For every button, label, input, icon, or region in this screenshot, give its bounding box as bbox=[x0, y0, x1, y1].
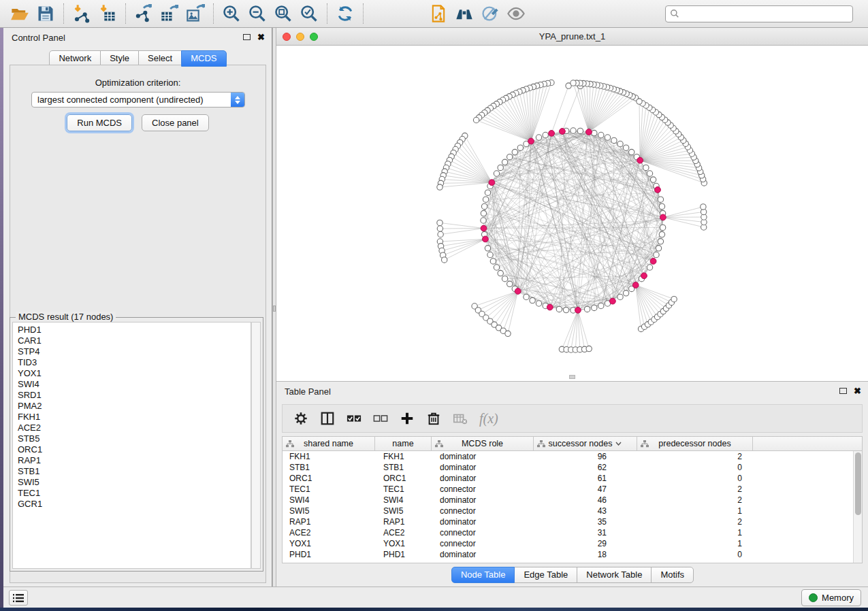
mcds-result-item[interactable]: ORC1 bbox=[13, 444, 251, 455]
mcds-result-item[interactable]: TEC1 bbox=[13, 488, 251, 499]
close-panel-icon[interactable]: ✖ bbox=[257, 33, 265, 41]
run-mcds-button[interactable]: Run MCDS bbox=[67, 114, 132, 131]
table-cell: connector bbox=[432, 527, 534, 538]
column-header-MCDS-role[interactable]: MCDS role bbox=[432, 437, 534, 450]
tab-network-table[interactable]: Network Table bbox=[577, 567, 652, 583]
save-session-icon[interactable] bbox=[36, 4, 55, 23]
optimization-criterion-select[interactable]: largest connected component (undirected) bbox=[31, 92, 245, 108]
splitter-grip[interactable] bbox=[273, 306, 276, 312]
mcds-result-item[interactable]: STB1 bbox=[13, 466, 251, 477]
table-row[interactable]: TEC1TEC1connector472 bbox=[283, 484, 853, 495]
mcds-result-item[interactable]: ACE2 bbox=[13, 423, 251, 433]
network-from-selection-icon[interactable] bbox=[429, 4, 448, 23]
mcds-result-item[interactable]: FKH1 bbox=[13, 412, 251, 423]
window-minimize-button[interactable] bbox=[296, 33, 304, 41]
mcds-result-item[interactable]: STB5 bbox=[13, 433, 251, 444]
network-canvas[interactable] bbox=[276, 46, 868, 380]
table-row[interactable]: ORC1ORC1dominator610 bbox=[283, 473, 853, 484]
column-label: name bbox=[392, 439, 413, 448]
memory-button[interactable]: Memory bbox=[801, 589, 861, 606]
table-row[interactable]: RAP1RAP1dominator352 bbox=[283, 516, 853, 527]
column-header-shared-name[interactable]: shared name bbox=[283, 437, 375, 450]
export-image-icon[interactable] bbox=[186, 4, 205, 23]
mcds-result-title: MCDS result (17 nodes) bbox=[16, 312, 116, 322]
select-all-columns-icon[interactable] bbox=[347, 411, 361, 426]
table-scrollbar[interactable] bbox=[853, 451, 862, 563]
import-table-icon[interactable] bbox=[98, 4, 117, 23]
mcds-result-item[interactable]: RAP1 bbox=[13, 455, 251, 466]
table-cell: 18 bbox=[534, 549, 637, 560]
apply-layout-icon[interactable] bbox=[336, 4, 355, 23]
mcds-result-scrollbar[interactable] bbox=[251, 322, 261, 569]
table-cell: STB1 bbox=[375, 462, 432, 473]
import-network-icon[interactable] bbox=[72, 4, 91, 23]
mcds-result-item[interactable]: YOX1 bbox=[13, 368, 251, 379]
table-cell bbox=[753, 484, 853, 495]
table-cell: 0 bbox=[637, 473, 753, 484]
table-cell: FKH1 bbox=[375, 451, 432, 462]
delete-column-trash-icon[interactable] bbox=[426, 411, 441, 426]
search-input[interactable] bbox=[679, 9, 848, 19]
zoom-out-icon[interactable] bbox=[248, 4, 267, 23]
column-header-successor-nodes[interactable]: successor nodes bbox=[534, 437, 637, 450]
mcds-result-list[interactable]: PHD1CAR1STP4TID3YOX1SWI4SRD1PMA2FKH1ACE2… bbox=[12, 322, 251, 569]
zoom-selected-icon[interactable] bbox=[300, 4, 319, 23]
toolbar-separator bbox=[63, 3, 64, 24]
close-panel-icon[interactable]: ✖ bbox=[854, 387, 861, 395]
zoom-in-icon[interactable] bbox=[222, 4, 241, 23]
mcds-result-item[interactable]: CAR1 bbox=[13, 335, 251, 346]
table-cell: dominator bbox=[432, 516, 534, 527]
show-column-icon[interactable] bbox=[320, 411, 335, 426]
zoom-fit-icon[interactable] bbox=[274, 4, 293, 23]
table-scrollbar-thumb[interactable] bbox=[855, 452, 861, 515]
memory-status-dot bbox=[809, 593, 818, 602]
export-network-icon[interactable] bbox=[134, 4, 153, 23]
mcds-result-item[interactable]: GCR1 bbox=[13, 499, 251, 510]
float-panel-icon[interactable] bbox=[243, 34, 251, 40]
tab-mcds[interactable]: MCDS bbox=[181, 50, 226, 67]
mcds-result-item[interactable]: PHD1 bbox=[13, 325, 251, 335]
mcds-result-item[interactable]: PMA2 bbox=[13, 401, 251, 412]
window-close-button[interactable] bbox=[283, 33, 291, 41]
export-table-icon[interactable] bbox=[160, 4, 179, 23]
find-binoculars-icon[interactable] bbox=[455, 4, 474, 23]
column-header-predecessor-nodes[interactable]: predecessor nodes bbox=[637, 437, 753, 450]
table-row[interactable]: YOX1YOX1connector291 bbox=[283, 538, 853, 549]
table-row[interactable]: STB1STB1dominator620 bbox=[283, 462, 853, 473]
table-row[interactable]: FKH1FKH1dominator962 bbox=[283, 451, 853, 462]
table-row[interactable]: ACE2ACE2connector311 bbox=[283, 527, 853, 538]
table-cell: 29 bbox=[534, 538, 637, 549]
tab-edge-table[interactable]: Edge Table bbox=[514, 567, 577, 583]
open-session-icon[interactable] bbox=[10, 4, 29, 23]
table-row[interactable]: SWI5SWI5connector431 bbox=[283, 506, 853, 516]
table-settings-gear-icon[interactable] bbox=[293, 411, 308, 426]
table-row[interactable]: PHD1PHD1dominator180 bbox=[283, 549, 853, 560]
search-box[interactable] bbox=[665, 5, 853, 22]
toolbar-separator bbox=[327, 3, 327, 24]
mcds-result-item[interactable]: SWI5 bbox=[13, 477, 251, 488]
mcds-result-item[interactable]: SRD1 bbox=[13, 390, 251, 401]
task-history-button[interactable] bbox=[9, 590, 28, 606]
network-graph[interactable] bbox=[276, 46, 868, 380]
float-panel-icon[interactable] bbox=[839, 388, 847, 394]
network-splitter-handle[interactable] bbox=[569, 375, 575, 379]
close-panel-button[interactable]: Close panel bbox=[142, 114, 209, 131]
hide-style-icon[interactable] bbox=[481, 4, 500, 23]
mcds-result-item[interactable]: STP4 bbox=[13, 346, 251, 357]
mcds-result-item[interactable]: TID3 bbox=[13, 357, 251, 368]
toolbar-separator bbox=[125, 3, 126, 24]
create-column-plus-icon[interactable] bbox=[400, 411, 415, 426]
tab-motifs[interactable]: Motifs bbox=[651, 567, 694, 583]
show-graphics-details-icon[interactable] bbox=[507, 4, 526, 23]
table-cell: connector bbox=[432, 506, 534, 516]
mcds-result-item[interactable]: SWI4 bbox=[13, 379, 251, 390]
table-cell: 43 bbox=[534, 506, 637, 516]
unselect-all-columns-icon[interactable] bbox=[373, 411, 388, 426]
table-row[interactable]: SWI4SWI4dominator462 bbox=[283, 495, 853, 506]
network-window-titlebar[interactable]: YPA_prune.txt_1 bbox=[276, 28, 868, 46]
column-header-name[interactable]: name bbox=[375, 437, 432, 450]
tab-node-table[interactable]: Node Table bbox=[451, 567, 515, 583]
window-zoom-button[interactable] bbox=[310, 33, 318, 41]
table-cell: connector bbox=[432, 484, 534, 495]
table-cell bbox=[753, 451, 853, 462]
